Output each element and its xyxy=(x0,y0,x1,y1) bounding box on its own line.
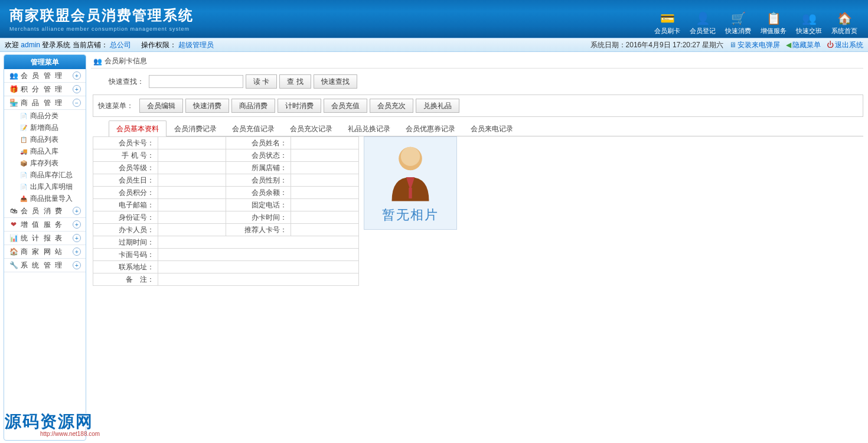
sidebar-item-2[interactable]: 🏪商 品 管 理− xyxy=(4,96,86,110)
nav-member-register[interactable]: 👤会员登记 xyxy=(685,9,720,37)
sidebar-subitem[interactable]: 📋商品列表 xyxy=(4,133,86,145)
doc-icon: 📥 xyxy=(19,194,28,203)
menu-icon: ❤ xyxy=(9,220,18,229)
menu-label: 统 计 报 表 xyxy=(21,233,73,243)
status-right: 系统日期：2016年4月9日 17:20:27 星期六 🖥安装来电弹屏 ◀隐藏菜… xyxy=(590,40,863,50)
quick-button-5[interactable]: 会员充次 xyxy=(370,99,413,113)
monitor-icon: 🖥 xyxy=(729,41,736,49)
tab-6[interactable]: 会员来电记录 xyxy=(463,120,521,136)
submenu-label: 商品批量导入 xyxy=(30,194,73,204)
menu-label: 商 家 网 站 xyxy=(21,247,73,257)
sidebar-item-6[interactable]: 🏠商 家 网 站+ xyxy=(4,245,86,259)
doc-icon: 📄 xyxy=(19,171,28,179)
submenu-label: 商品库存汇总 xyxy=(30,170,73,180)
quick-button-6[interactable]: 兑换礼品 xyxy=(416,99,459,113)
menu-label: 系 统 管 理 xyxy=(21,260,73,271)
field-label: 联系地址： xyxy=(93,261,158,273)
field-value xyxy=(158,261,359,273)
sidebar-title: 管理菜单 xyxy=(4,55,86,69)
field-label: 会员姓名： xyxy=(226,137,291,149)
submenu-label: 库存列表 xyxy=(30,158,58,168)
home-icon: 🏠 xyxy=(836,10,853,27)
doc-icon: 📋 xyxy=(19,135,28,144)
table-row: 身份证号：办卡时间： xyxy=(93,211,359,224)
field-label: 推荐人卡号： xyxy=(226,224,291,236)
quick-button-3[interactable]: 计时消费 xyxy=(278,99,321,113)
search-input[interactable] xyxy=(149,75,243,88)
photo-placeholder-text: 暂无相片 xyxy=(382,206,439,224)
sidebar-menu: 👥会 员 管 理+🎁积 分 管 理+🏪商 品 管 理−📄商品分类📝新增商品📋商品… xyxy=(4,69,86,272)
nav-quick-consume[interactable]: 🛒快速消费 xyxy=(720,9,756,37)
sidebar-subitem[interactable]: 📄商品分类 xyxy=(4,110,86,122)
quick-menu-row: 快速菜单： 会员编辑快速消费商品消费计时消费会员充值会员充次兑换礼品 xyxy=(93,95,863,117)
status-bar: 欢迎 admin 登录系统 当前店铺： 总公司 操作权限： 超级管理员 系统日期… xyxy=(0,38,868,52)
field-value xyxy=(291,162,359,174)
quick-button-2[interactable]: 商品消费 xyxy=(231,99,275,113)
field-value xyxy=(158,273,359,286)
field-label: 卡面号码： xyxy=(93,249,158,261)
current-store[interactable]: 总公司 xyxy=(110,41,131,49)
submenu-label: 商品入库 xyxy=(30,146,58,157)
power-icon: ⏻ xyxy=(827,41,834,49)
doc-icon: 📄 xyxy=(19,112,28,120)
current-permission[interactable]: 超级管理员 xyxy=(178,41,214,49)
field-label: 固定电话： xyxy=(226,199,291,211)
field-value xyxy=(291,224,359,236)
sidebar-item-5[interactable]: 📊统 计 报 表+ xyxy=(4,232,86,245)
nav-member-card[interactable]: 💳会员刷卡 xyxy=(650,9,685,37)
sidebar-item-4[interactable]: ❤增 值 服 务+ xyxy=(4,218,86,232)
tab-0[interactable]: 会员基本资料 xyxy=(109,120,167,136)
sidebar-subitem[interactable]: 📄商品库存汇总 xyxy=(4,169,86,181)
find-button[interactable]: 查 找 xyxy=(279,74,311,89)
field-value xyxy=(158,249,359,261)
users-icon: 👥 xyxy=(93,57,102,66)
table-row: 会员积分：会员余额： xyxy=(93,187,359,199)
logout-link[interactable]: ⏻退出系统 xyxy=(827,40,863,50)
install-popup-link[interactable]: 🖥安装来电弹屏 xyxy=(729,40,780,50)
tab-1[interactable]: 会员消费记录 xyxy=(167,120,224,136)
field-value xyxy=(291,199,359,211)
sidebar-subitem[interactable]: 📦库存列表 xyxy=(4,157,86,169)
sidebar-subitem[interactable]: 🚚商品入库 xyxy=(4,145,86,157)
quick-button-1[interactable]: 快速消费 xyxy=(185,99,229,113)
quick-button-4[interactable]: 会员充值 xyxy=(324,99,367,113)
tab-5[interactable]: 会员优惠券记录 xyxy=(398,120,463,136)
sidebar-item-1[interactable]: 🎁积 分 管 理+ xyxy=(4,83,86,96)
tab-2[interactable]: 会员充值记录 xyxy=(224,120,282,136)
hide-menu-link[interactable]: ◀隐藏菜单 xyxy=(786,40,821,50)
quick-find-button[interactable]: 快速查找 xyxy=(314,74,357,89)
nav-home[interactable]: 🏠系统首页 xyxy=(827,9,862,37)
menu-label: 积 分 管 理 xyxy=(21,84,73,95)
content-title: 会员刷卡信息 xyxy=(105,56,147,66)
app-subtitle: Merchants alliance member consumption ma… xyxy=(9,26,194,32)
sidebar-subitem[interactable]: 📄出库入库明细 xyxy=(4,181,86,193)
tab-3[interactable]: 会员充次记录 xyxy=(282,120,340,136)
nav-shift[interactable]: 👥快速交班 xyxy=(791,9,827,37)
read-card-button[interactable]: 读 卡 xyxy=(246,74,277,89)
field-value xyxy=(158,137,226,149)
quick-button-0[interactable]: 会员编辑 xyxy=(139,99,183,113)
sidebar-subitem[interactable]: 📥商品批量导入 xyxy=(4,193,86,204)
field-label: 电子邮箱： xyxy=(93,199,158,211)
field-label: 会员状态： xyxy=(226,149,291,162)
current-user[interactable]: admin xyxy=(21,41,40,49)
field-value xyxy=(158,162,226,174)
sidebar-item-3[interactable]: 🛍会 员 消 费+ xyxy=(4,204,86,218)
menu-icon: 🔧 xyxy=(9,260,18,270)
field-value xyxy=(158,224,226,236)
detail-section: 会员卡号：会员姓名：手 机 号：会员状态：会员等级：所属店铺：会员生日：会员性别… xyxy=(93,136,863,286)
main: 管理菜单 👥会 员 管 理+🎁积 分 管 理+🏪商 品 管 理−📄商品分类📝新增… xyxy=(0,52,868,443)
user-icon: 👤 xyxy=(694,10,711,27)
field-value xyxy=(158,149,226,162)
sidebar-subitem[interactable]: 📝新增商品 xyxy=(4,122,86,133)
sidebar-item-7[interactable]: 🔧系 统 管 理+ xyxy=(4,259,86,272)
sidebar-item-0[interactable]: 👥会 员 管 理+ xyxy=(4,69,86,83)
field-label: 所属店铺： xyxy=(226,162,291,174)
nav-value-added[interactable]: 📋增值服务 xyxy=(756,9,791,37)
field-label: 会员生日： xyxy=(93,174,158,187)
tab-4[interactable]: 礼品兑换记录 xyxy=(340,120,398,136)
menu-label: 商 品 管 理 xyxy=(21,98,73,108)
menu-label: 增 值 服 务 xyxy=(21,220,73,230)
table-row: 会员卡号：会员姓名： xyxy=(93,137,359,149)
field-label: 会员余额： xyxy=(226,187,291,199)
